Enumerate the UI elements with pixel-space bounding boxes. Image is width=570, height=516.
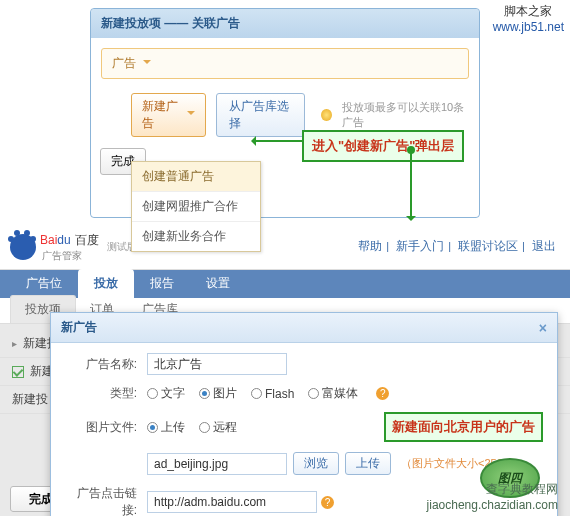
chevron-down-icon — [187, 111, 195, 119]
new-ad-label: 新建广告 — [142, 98, 183, 132]
expand-icon: ▸ — [12, 338, 17, 349]
file-input[interactable] — [147, 453, 287, 475]
browse-button[interactable]: 浏览 — [293, 452, 339, 475]
topbar: Baidu 百度 广告管家 测试版 帮助| 新手入门| 联盟讨论区| 退出 — [0, 224, 570, 270]
url-input[interactable] — [147, 491, 317, 513]
dialog-header: 新广告 × — [51, 313, 557, 343]
name-label: 广告名称: — [65, 356, 137, 373]
callout-1: 进入"创建新广告"弹出层 — [302, 130, 464, 162]
new-ad-dropdown: 创建普通广告 创建网盟推广合作 创建新业务合作 — [131, 161, 261, 252]
arrow-left-icon — [254, 140, 302, 142]
dialog-title: 新广告 — [61, 319, 97, 336]
ad-field[interactable]: 广告 — [101, 48, 469, 79]
link-logout[interactable]: 退出 — [532, 239, 556, 253]
link-forum[interactable]: 联盟讨论区 — [458, 239, 518, 253]
close-icon[interactable]: × — [539, 320, 547, 336]
nav-adslot[interactable]: 广告位 — [10, 269, 78, 298]
file-label: 图片文件: — [65, 419, 137, 436]
navbar: 广告位 投放 报告 设置 — [0, 270, 570, 298]
footer-watermark: 查字典教程网 jiaocheng.chazidian.com — [427, 481, 558, 512]
nav-settings[interactable]: 设置 — [190, 269, 246, 298]
ad-field-label: 广告 — [112, 56, 136, 70]
top-panel: 新建投放项 —— 关联广告 广告 新建广告 从广告库选择 投放项最多可以关联10… — [90, 8, 480, 218]
type-label: 类型: — [65, 385, 137, 402]
link-guide[interactable]: 新手入门 — [396, 239, 444, 253]
dd-item-normal[interactable]: 创建普通广告 — [132, 162, 260, 192]
logo-sub: 广告管家 — [42, 249, 99, 263]
paw-icon — [10, 234, 36, 260]
baidu-logo[interactable]: Baidu 百度 广告管家 测试版 — [10, 230, 137, 263]
link-help[interactable]: 帮助 — [358, 239, 382, 253]
from-library-button[interactable]: 从广告库选择 — [216, 93, 305, 137]
panel-title: 新建投放项 —— 关联广告 — [91, 9, 479, 38]
new-ad-button[interactable]: 新建广告 — [131, 93, 206, 137]
nav-delivery[interactable]: 投放 — [78, 269, 134, 298]
top-links: 帮助| 新手入门| 联盟讨论区| 退出 — [354, 238, 560, 255]
dd-item-biz[interactable]: 创建新业务合作 — [132, 222, 260, 251]
dd-item-union[interactable]: 创建网盟推广合作 — [132, 192, 260, 222]
radio-text[interactable] — [147, 388, 158, 399]
upload-button[interactable]: 上传 — [345, 452, 391, 475]
radio-flash[interactable] — [251, 388, 262, 399]
tip-text: 投放项最多可以关联10条广告 — [342, 100, 469, 130]
radio-rich[interactable] — [308, 388, 319, 399]
help-icon[interactable]: ? — [376, 387, 389, 400]
watermark: 脚本之家 www.jb51.net — [493, 4, 564, 35]
chevron-down-icon — [143, 60, 151, 68]
url-label: 广告点击链接: — [65, 485, 137, 516]
arrow-down-icon — [410, 150, 412, 218]
ad-name-input[interactable] — [147, 353, 287, 375]
help-icon[interactable]: ? — [321, 496, 334, 509]
radio-image[interactable] — [199, 388, 210, 399]
radio-remote[interactable] — [199, 422, 210, 433]
bulb-icon — [321, 109, 332, 121]
radio-upload[interactable] — [147, 422, 158, 433]
nav-report[interactable]: 报告 — [134, 269, 190, 298]
check-icon — [12, 366, 24, 378]
callout-2: 新建面向北京用户的广告 — [384, 412, 543, 442]
